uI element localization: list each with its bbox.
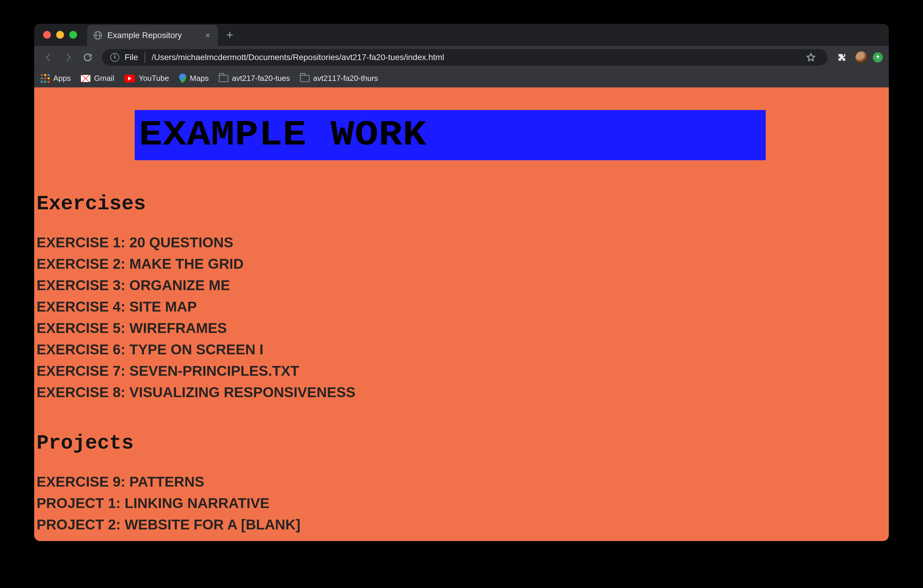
- project-link[interactable]: EXERCISE 9: PATTERNS: [36, 471, 889, 493]
- window-zoom-button[interactable]: [69, 31, 77, 39]
- url-scheme: File: [125, 53, 138, 62]
- bookmark-maps[interactable]: Maps: [179, 74, 209, 83]
- bookmark-label: Apps: [53, 74, 71, 83]
- projects-link-list: EXERCISE 9: PATTERNS PROJECT 1: LINKING …: [34, 471, 889, 535]
- bookmark-apps[interactable]: Apps: [41, 74, 71, 83]
- page-viewport[interactable]: EXAMPLE WORK Exercises EXERCISE 1: 20 QU…: [34, 87, 889, 541]
- apps-grid-icon: [41, 74, 50, 83]
- bookmark-folder-avt217[interactable]: avt217-fa20-tues: [219, 74, 290, 83]
- page-header: EXAMPLE WORK: [135, 110, 766, 160]
- extensions-button[interactable]: [833, 53, 850, 62]
- separator: [145, 52, 145, 63]
- bookmark-label: Gmail: [94, 74, 114, 83]
- browser-toolbar: File /Users/michaelmcdermott/Documents/R…: [34, 46, 889, 69]
- tab-strip: Example Repository × +: [34, 24, 889, 46]
- globe-icon: [94, 31, 102, 39]
- bookmark-label: avt217-fa20-tues: [232, 74, 290, 83]
- section-heading-exercises: Exercises: [36, 192, 889, 215]
- bookmark-label: Maps: [190, 74, 209, 83]
- browser-tab[interactable]: Example Repository ×: [87, 25, 218, 46]
- update-indicator[interactable]: [873, 52, 883, 62]
- exercise-link[interactable]: EXERCISE 1: 20 QUESTIONS: [36, 232, 889, 253]
- bookmark-folder-avt2117[interactable]: avt2117-fa20-thurs: [300, 74, 378, 83]
- exercises-link-list: EXERCISE 1: 20 QUESTIONS EXERCISE 2: MAK…: [34, 232, 889, 403]
- maps-icon: [179, 74, 186, 83]
- profile-avatar[interactable]: [856, 51, 867, 63]
- page-content: Exercises EXERCISE 1: 20 QUESTIONS EXERC…: [34, 192, 889, 535]
- forward-button[interactable]: [60, 49, 76, 66]
- exercise-link[interactable]: EXERCISE 7: SEVEN-PRINCIPLES.TXT: [36, 360, 889, 382]
- gmail-icon: [81, 75, 90, 82]
- bookmark-label: avt2117-fa20-thurs: [313, 74, 378, 83]
- bookmarks-bar: Apps Gmail YouTube Maps avt217-fa20-tues…: [34, 69, 889, 87]
- exercise-link[interactable]: EXERCISE 3: ORGANIZE ME: [36, 275, 889, 296]
- url-path: /Users/michaelmcdermott/Documents/Reposi…: [152, 53, 444, 62]
- window-close-button[interactable]: [43, 31, 51, 39]
- project-link[interactable]: PROJECT 2: WEBSITE FOR A [BLANK]: [36, 514, 889, 535]
- bookmark-gmail[interactable]: Gmail: [81, 74, 114, 83]
- star-icon: [806, 52, 816, 62]
- arrow-left-icon: [43, 52, 54, 62]
- bookmark-star-button[interactable]: [803, 52, 819, 62]
- exercise-link[interactable]: EXERCISE 5: WIREFRAMES: [36, 317, 889, 339]
- traffic-lights: [34, 31, 77, 39]
- puzzle-icon: [838, 53, 846, 62]
- section-heading-projects: Projects: [36, 432, 889, 455]
- folder-icon: [300, 75, 310, 82]
- arrow-up-icon: [875, 54, 881, 60]
- youtube-icon: [124, 75, 135, 82]
- browser-window: Example Repository × + File /Users/micha…: [34, 24, 889, 541]
- tab-title: Example Repository: [107, 31, 182, 40]
- folder-icon: [219, 75, 228, 82]
- address-bar[interactable]: File /Users/michaelmcdermott/Documents/R…: [102, 49, 828, 66]
- arrow-right-icon: [63, 52, 73, 62]
- back-button[interactable]: [40, 49, 57, 66]
- exercise-link[interactable]: EXERCISE 4: SITE MAP: [36, 296, 889, 317]
- bookmark-youtube[interactable]: YouTube: [124, 74, 169, 83]
- reload-button[interactable]: [79, 49, 96, 66]
- tab-close-button[interactable]: ×: [205, 31, 210, 40]
- new-tab-button[interactable]: +: [226, 29, 233, 41]
- exercise-link[interactable]: EXERCISE 2: MAKE THE GRID: [36, 253, 889, 275]
- page-title: EXAMPLE WORK: [139, 115, 838, 155]
- reload-icon: [83, 52, 93, 62]
- site-info-icon[interactable]: [110, 53, 119, 62]
- exercise-link[interactable]: EXERCISE 8: VISUALIZING RESPONSIVENESS: [36, 382, 889, 403]
- exercise-link[interactable]: EXERCISE 6: TYPE ON SCREEN I: [36, 339, 889, 360]
- window-minimize-button[interactable]: [56, 31, 64, 39]
- project-link[interactable]: PROJECT 1: LINKING NARRATIVE: [36, 493, 889, 514]
- bookmark-label: YouTube: [139, 74, 169, 83]
